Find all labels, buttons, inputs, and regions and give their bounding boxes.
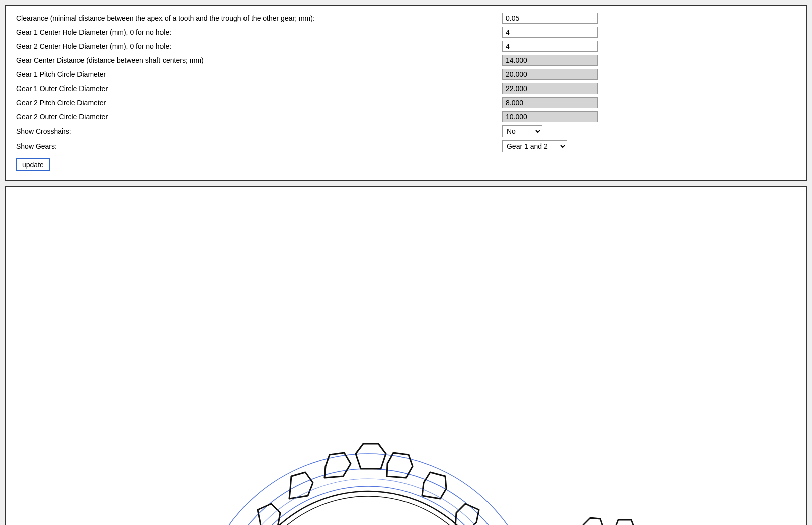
gear1-outer-diameter-input — [502, 83, 598, 94]
gear1-hole-label: Gear 1 Center Hole Diameter (mm), 0 for … — [14, 25, 500, 39]
show-crosshairs-label: Show Crosshairs: — [14, 124, 500, 139]
show-gears-label: Show Gears: — [14, 139, 500, 154]
clearance-label: Clearance (minimal distance between the … — [14, 11, 500, 25]
gear1-hole-input[interactable] — [502, 27, 598, 38]
gear2-outer-diameter-input — [502, 111, 598, 122]
clearance-input[interactable] — [502, 13, 598, 24]
svg-marker-3 — [356, 444, 386, 469]
gear2-hole-input[interactable] — [502, 41, 598, 52]
svg-marker-7 — [422, 472, 446, 499]
settings-table: Clearance (minimal distance between the … — [14, 11, 798, 173]
svg-marker-18 — [615, 520, 635, 525]
svg-marker-8 — [258, 504, 280, 525]
svg-point-1 — [197, 454, 539, 525]
gear2-pitch-diameter-label: Gear 2 Pitch Circle Diameter — [14, 96, 500, 110]
svg-marker-9 — [455, 504, 479, 525]
svg-point-33 — [222, 479, 514, 525]
gear1-pitch-diameter-input — [502, 69, 598, 80]
gear2-hole-label: Gear 2 Center Hole Diameter (mm), 0 for … — [14, 39, 500, 53]
update-button[interactable]: update — [16, 158, 50, 171]
show-gears-select[interactable]: Gear 1 and 2 Gear 1 Gear 2 — [502, 140, 567, 152]
gear1-pitch-diameter-label: Gear 1 Pitch Circle Diameter — [14, 67, 500, 81]
show-crosshairs-select[interactable]: No Yes — [502, 125, 542, 137]
gear2-outer-diameter-label: Gear 2 Outer Circle Diameter — [14, 110, 500, 124]
gear-svg — [6, 187, 806, 525]
gear2-pitch-diameter-input — [502, 97, 598, 108]
settings-panel: Clearance (minimal distance between the … — [5, 5, 807, 181]
gear-center-distance-input — [502, 55, 598, 66]
svg-marker-29 — [583, 518, 603, 525]
gear1-outer-diameter-label: Gear 1 Outer Circle Diameter — [14, 81, 500, 96]
gear-center-distance-label: Gear Center Distance (distance between s… — [14, 53, 500, 67]
svg-point-2 — [230, 486, 507, 525]
gear-canvas-panel — [5, 186, 807, 525]
